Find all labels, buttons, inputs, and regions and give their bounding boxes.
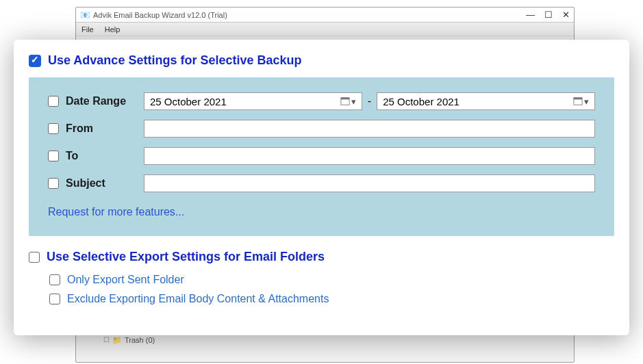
calendar-dropdown-icon[interactable]: ▾ xyxy=(573,96,589,107)
export-sub-options: Only Export Sent Folder Exclude Exportin… xyxy=(49,274,614,305)
app-icon: 📧 xyxy=(80,10,90,20)
settings-panel: Use Advance Settings for Selective Backu… xyxy=(14,40,629,335)
menu-help[interactable]: Help xyxy=(105,25,121,34)
to-checkbox[interactable] xyxy=(48,151,59,161)
date-end-value: 25 October 2021 xyxy=(383,96,459,107)
from-row: From xyxy=(48,120,595,138)
folder-icon: 📁 xyxy=(112,335,122,346)
titlebar: 📧 Advik Email Backup Wizard v12.0 (Trial… xyxy=(76,8,574,23)
date-range-separator: - xyxy=(368,95,371,107)
only-export-sent-checkbox[interactable] xyxy=(49,274,60,285)
date-range-checkbox[interactable] xyxy=(48,96,59,107)
only-export-sent-row: Only Export Sent Folder xyxy=(49,274,614,286)
svg-rect-3 xyxy=(574,98,582,100)
date-range-label: Date Range xyxy=(66,95,126,107)
date-range-row: Date Range 25 October 2021 ▾ - 25 Octobe… xyxy=(48,92,595,110)
subject-row: Subject xyxy=(48,174,595,192)
export-settings-header: Use Selective Export Settings for Email … xyxy=(29,250,614,264)
close-button[interactable]: ✕ xyxy=(562,10,570,20)
date-start-value: 25 October 2021 xyxy=(150,96,227,107)
to-label: To xyxy=(66,150,78,162)
advance-settings-box: Date Range 25 October 2021 ▾ - 25 Octobe… xyxy=(29,77,614,236)
date-end-input[interactable]: 25 October 2021 ▾ xyxy=(377,92,595,110)
from-label: From xyxy=(66,122,93,135)
from-input[interactable] xyxy=(144,120,595,138)
window-title: Advik Email Backup Wizard v12.0 (Trial) xyxy=(93,11,526,19)
exclude-body-row: Exclude Exporting Email Body Content & A… xyxy=(49,293,614,305)
advance-settings-title: Use Advance Settings for Selective Backu… xyxy=(48,53,301,68)
advance-settings-checkbox[interactable] xyxy=(29,55,41,67)
export-settings-title: Use Selective Export Settings for Email … xyxy=(47,250,325,264)
to-row: To xyxy=(48,147,595,165)
only-export-sent-label: Only Export Sent Folder xyxy=(67,274,184,286)
menu-file[interactable]: File xyxy=(81,25,94,34)
from-checkbox[interactable] xyxy=(48,123,59,134)
subject-checkbox[interactable] xyxy=(48,178,59,189)
to-input[interactable] xyxy=(144,147,595,165)
svg-rect-1 xyxy=(341,98,349,100)
subject-input[interactable] xyxy=(144,174,595,192)
advance-settings-header: Use Advance Settings for Selective Backu… xyxy=(29,53,614,68)
tree-item-label: Trash (0) xyxy=(125,335,155,346)
exclude-body-label: Exclude Exporting Email Body Content & A… xyxy=(67,293,329,305)
request-features-link[interactable]: Request for more features... xyxy=(48,206,595,218)
subject-label: Subject xyxy=(66,177,105,190)
date-start-input[interactable]: 25 October 2021 ▾ xyxy=(144,92,362,110)
menubar: File Help xyxy=(76,23,574,36)
export-settings-checkbox[interactable] xyxy=(29,252,40,263)
minimize-button[interactable]: — xyxy=(526,10,535,20)
exclude-body-checkbox[interactable] xyxy=(49,294,60,304)
maximize-button[interactable]: ☐ xyxy=(544,10,553,20)
calendar-dropdown-icon[interactable]: ▾ xyxy=(340,96,356,107)
